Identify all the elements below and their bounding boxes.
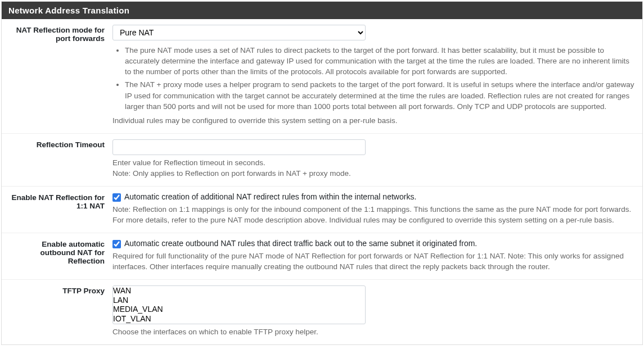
listbox-tftp-proxy[interactable]: WAN LAN MEDIA_VLAN IOT_VLAN [112, 285, 366, 324]
control-reflection-timeout: Enter value for Reflection timeout in se… [112, 139, 636, 179]
help-bullet-pure-nat: The pure NAT mode uses a set of NAT rule… [125, 45, 636, 77]
help-reflection-timeout-1: Enter value for Reflection timeout in se… [112, 157, 636, 169]
checkbox-enable-11-nat[interactable] [112, 193, 121, 202]
help-note-override: Individual rules may be configured to ov… [112, 115, 636, 126]
checkbox-label-enable-outbound: Automatic create outbound NAT rules that… [124, 239, 477, 248]
control-enable-outbound: Automatic create outbound NAT rules that… [112, 239, 636, 273]
label-enable-11-nat: Enable NAT Reflection for 1:1 NAT [8, 192, 112, 226]
help-bullet-nat-proxy: The NAT + proxy mode uses a helper progr… [125, 79, 636, 111]
control-enable-11-nat: Automatic creation of additional NAT red… [112, 192, 636, 226]
option-tftp-media-vlan[interactable]: MEDIA_VLAN [113, 305, 365, 314]
row-reflection-timeout: Reflection Timeout Enter value for Refle… [2, 134, 642, 187]
checkbox-row-enable-11-nat[interactable]: Automatic creation of additional NAT red… [112, 192, 636, 202]
option-tftp-wan[interactable]: WAN [113, 286, 365, 296]
checkbox-row-enable-outbound[interactable]: Automatic create outbound NAT rules that… [112, 239, 636, 248]
label-nat-reflection-mode: NAT Reflection mode for port forwards [8, 25, 112, 126]
option-tftp-lan[interactable]: LAN [113, 296, 365, 305]
nat-panel: Network Address Translation NAT Reflecti… [1, 1, 643, 345]
help-enable-11-nat: Note: Reflection on 1:1 mappings is only… [112, 204, 636, 226]
help-enable-outbound: Required for full functionality of the p… [112, 251, 636, 273]
control-nat-reflection-mode: Pure NAT The pure NAT mode uses a set of… [112, 25, 636, 126]
checkbox-enable-outbound[interactable] [112, 240, 121, 248]
help-reflection-timeout-2: Note: Only applies to Reflection on port… [112, 168, 636, 179]
label-enable-outbound: Enable automatic outbound NAT for Reflec… [8, 239, 112, 273]
row-enable-outbound: Enable automatic outbound NAT for Reflec… [2, 233, 642, 280]
help-list-nat-reflection: The pure NAT mode uses a set of NAT rule… [125, 45, 636, 112]
select-nat-reflection-mode[interactable]: Pure NAT [112, 25, 366, 40]
label-tftp-proxy: TFTP Proxy [8, 285, 112, 338]
input-reflection-timeout[interactable] [112, 139, 366, 155]
help-tftp-proxy: Choose the interfaces on which to enable… [112, 326, 636, 338]
row-nat-reflection-mode: NAT Reflection mode for port forwards Pu… [2, 19, 642, 134]
checkbox-label-enable-11-nat: Automatic creation of additional NAT red… [124, 192, 416, 201]
row-tftp-proxy: TFTP Proxy WAN LAN MEDIA_VLAN IOT_VLAN C… [2, 280, 642, 344]
control-tftp-proxy: WAN LAN MEDIA_VLAN IOT_VLAN Choose the i… [112, 285, 636, 338]
option-tftp-iot-vlan[interactable]: IOT_VLAN [113, 314, 365, 324]
panel-title: Network Address Translation [2, 2, 642, 19]
row-enable-11-nat: Enable NAT Reflection for 1:1 NAT Automa… [2, 187, 642, 233]
label-reflection-timeout: Reflection Timeout [8, 139, 112, 179]
